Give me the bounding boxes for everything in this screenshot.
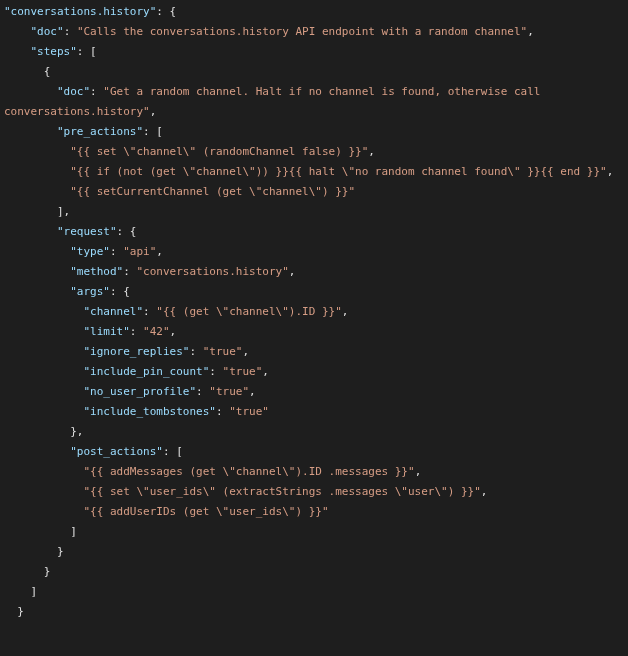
json-key: "post_actions" — [70, 445, 163, 458]
json-key: "pre_actions" — [57, 125, 143, 138]
json-string: "{{ setCurrentChannel (get \"channel\") … — [70, 185, 355, 198]
json-key: "steps" — [31, 45, 77, 58]
json-string: "true" — [209, 385, 249, 398]
json-string: "{{ set \"user_ids\" (extractStrings .me… — [83, 485, 480, 498]
punct: : — [189, 345, 202, 358]
punct: : — [130, 325, 143, 338]
punct: : — [90, 85, 103, 98]
punct: : — [64, 25, 77, 38]
punct: : [ — [143, 125, 163, 138]
json-string: "42" — [143, 325, 170, 338]
json-key: "args" — [70, 285, 110, 298]
json-key: "conversations.history" — [4, 5, 156, 18]
json-key: "include_tombstones" — [83, 405, 215, 418]
punct: : — [123, 265, 136, 278]
punct: : — [196, 385, 209, 398]
punct: : — [110, 245, 123, 258]
json-key: "doc" — [31, 25, 64, 38]
json-string: "{{ (get \"channel\").ID }}" — [156, 305, 341, 318]
punct: , — [150, 105, 157, 118]
json-string: "{{ addUserIDs (get \"user_ids\") }}" — [83, 505, 328, 518]
json-key: "include_pin_count" — [83, 365, 209, 378]
code-block: "conversations.history": { "doc": "Calls… — [0, 0, 628, 628]
punct: : [ — [77, 45, 97, 58]
json-string: "{{ if (not (get \"channel\")) }}{{ halt… — [70, 165, 606, 178]
json-key: "channel" — [83, 305, 143, 318]
punct: , — [481, 485, 488, 498]
json-key: "doc" — [57, 85, 90, 98]
punct: , — [262, 365, 269, 378]
json-string: "{{ set \"channel\" (randomChannel false… — [70, 145, 368, 158]
json-string: "true" — [229, 405, 269, 418]
punct: { — [44, 65, 51, 78]
json-key: "no_user_profile" — [83, 385, 196, 398]
json-string: "Calls the conversations.history API end… — [77, 25, 527, 38]
punct: , — [342, 305, 349, 318]
punct: } — [44, 565, 51, 578]
punct: : — [216, 405, 229, 418]
punct: : [ — [163, 445, 183, 458]
json-string: "api" — [123, 245, 156, 258]
punct: , — [527, 25, 534, 38]
punct: : { — [117, 225, 137, 238]
punct: , — [289, 265, 296, 278]
punct: : { — [156, 5, 176, 18]
punct: ], — [57, 205, 70, 218]
punct: , — [156, 245, 163, 258]
punct: } — [17, 605, 24, 618]
punct: , — [249, 385, 256, 398]
json-key: "type" — [70, 245, 110, 258]
json-key: "method" — [70, 265, 123, 278]
json-key: "limit" — [83, 325, 129, 338]
punct: , — [368, 145, 375, 158]
punct: : — [209, 365, 222, 378]
punct: }, — [70, 425, 83, 438]
punct: ] — [70, 525, 77, 538]
json-key: "ignore_replies" — [83, 345, 189, 358]
json-string: "{{ addMessages (get \"channel\").ID .me… — [83, 465, 414, 478]
json-string: "true" — [223, 365, 263, 378]
punct: , — [415, 465, 422, 478]
punct: , — [170, 325, 177, 338]
punct: : — [143, 305, 156, 318]
json-key: "request" — [57, 225, 117, 238]
punct: : { — [110, 285, 130, 298]
punct: ] — [31, 585, 38, 598]
punct: , — [607, 165, 614, 178]
json-string: "true" — [203, 345, 243, 358]
punct: , — [242, 345, 249, 358]
punct: } — [57, 545, 64, 558]
json-string: "conversations.history" — [136, 265, 288, 278]
